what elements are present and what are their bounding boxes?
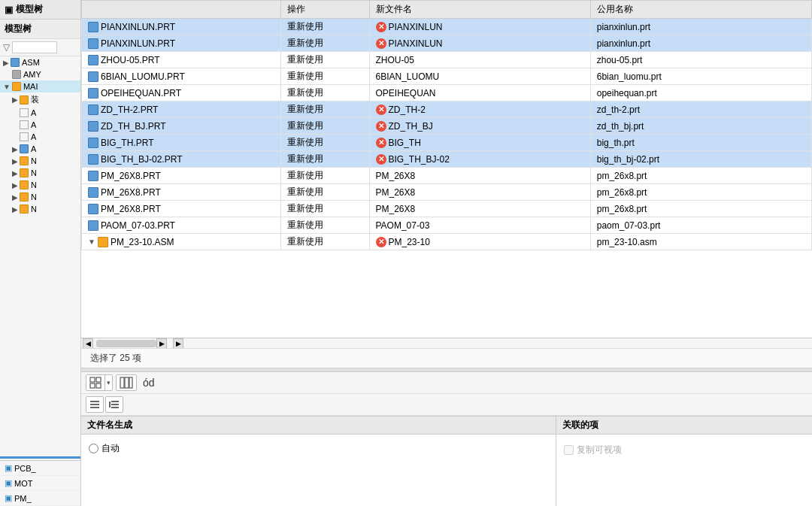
cell-newname: 6BIAN_LUOMU — [369, 68, 590, 85]
error-icon: ✕ — [376, 154, 386, 165]
expand-arrow-icon[interactable]: ▼ — [88, 238, 95, 246]
table-hscroll[interactable]: ◀ ▶ ▶ — [81, 338, 812, 348]
sidebar-item-mot[interactable]: ▣ MOT — [0, 476, 80, 491]
n1-icon — [20, 156, 29, 165]
table-row[interactable]: ZD_TH-2.PRT重新使用✕ZD_TH-2zd_th-2.prt — [82, 102, 812, 118]
cell-newname: ✕BIG_TH_BJ-02 — [369, 151, 590, 168]
cell-filename: ZHOU-05.PRT — [82, 52, 281, 68]
sidebar-item-asm[interactable]: ▶ ASM — [0, 56, 80, 68]
cell-newname: ✕PM_23-10 — [369, 234, 590, 250]
new-name-text: PM_26X8 — [376, 204, 416, 214]
cell-operation: 重新使用 — [280, 52, 369, 68]
table-row[interactable]: PM_26X8.PRT重新使用PM_26X8pm_26x8.prt — [82, 184, 812, 201]
sidebar-item-pm[interactable]: ▣ PM_ — [0, 491, 80, 506]
new-name-text: ZD_TH-2 — [389, 105, 426, 115]
sidebar-item-n2[interactable]: ▶ N — [0, 167, 80, 179]
table-row[interactable]: BIG_TH.PRT重新使用✕BIG_THbig_th.prt — [82, 135, 812, 151]
cell-commonname: pm_26x8.prt — [590, 201, 811, 217]
format-toolbar — [81, 394, 812, 416]
cell-newname: ZHOU-05 — [369, 52, 590, 68]
hscroll-right2-arrow[interactable]: ▶ — [173, 338, 183, 349]
filename-text: ZD_TH_BJ.PRT — [101, 121, 165, 132]
table-row[interactable]: PM_26X8.PRT重新使用PM_26X8pm_26x8.prt — [82, 168, 812, 184]
cell-newname: OPEIHEQUAN — [369, 85, 590, 102]
prt-file-icon — [88, 138, 98, 148]
new-name-text: PM_26X8 — [376, 171, 416, 181]
indent-format-button[interactable] — [105, 396, 123, 413]
sidebar-item-a2[interactable]: A — [0, 119, 80, 131]
tree-icon: ▣ — [5, 5, 13, 15]
table-row[interactable]: 6BIAN_LUOMU.PRT重新使用6BIAN_LUOMU6bian_luom… — [82, 68, 812, 85]
table-row[interactable]: ZD_TH_BJ.PRT重新使用✕ZD_TH_BJzd_th_bj.prt — [82, 118, 812, 135]
svg-rect-6 — [129, 377, 132, 388]
new-name-text: PM_26X8 — [376, 187, 416, 198]
table-row[interactable]: PAOM_07-03.PRT重新使用PAOM_07-03paom_07-03.p… — [82, 217, 812, 234]
sidebar-item-main[interactable]: ▼ MAI — [0, 80, 80, 92]
cell-newname: PM_26X8 — [369, 201, 590, 217]
error-icon: ✕ — [376, 22, 386, 32]
filename-text: PM_26X8.PRT — [101, 204, 161, 214]
sidebar-tree: ▶ ASM AMY ▼ MAI ▶ 装 A A — [0, 56, 80, 455]
table-scroll[interactable]: 操作 新文件名 公用名称 PIANXINLUN.PRT重新使用✕PIANXINL… — [81, 0, 812, 338]
cell-newname: ✕ZD_TH-2 — [369, 102, 590, 118]
table-row[interactable]: ZHOU-05.PRT重新使用ZHOU-05zhou-05.prt — [82, 52, 812, 68]
sidebar-header: ▣ 模型树 — [0, 0, 80, 20]
sidebar-filter-input[interactable] — [12, 41, 57, 53]
cell-newname: ✕PIANXINLUN — [369, 19, 590, 35]
prt-file-icon — [88, 204, 98, 214]
file-table: 操作 新文件名 公用名称 PIANXINLUN.PRT重新使用✕PIANXINL… — [81, 0, 812, 250]
cell-filename: ZD_TH-2.PRT — [82, 102, 281, 118]
cell-operation: 重新使用 — [280, 135, 369, 151]
cell-commonname: opeihequan.prt — [590, 85, 811, 102]
new-name-text: BIG_TH_BJ-02 — [389, 154, 450, 165]
hscroll-bar[interactable] — [96, 340, 156, 347]
cell-operation: 重新使用 — [280, 217, 369, 234]
sidebar-item-a1[interactable]: A — [0, 107, 80, 119]
cell-operation: 重新使用 — [280, 118, 369, 135]
table-row[interactable]: PIANXINLUN.PRT重新使用✕PIANXINLUNpianxinlun.… — [82, 19, 812, 35]
list-format-button[interactable] — [86, 396, 104, 413]
cell-commonname: big_th_bj-02.prt — [590, 151, 811, 168]
panel-right-content: 复制可视项 — [556, 435, 812, 506]
sidebar-item-n4[interactable]: ▶ N — [0, 191, 80, 203]
table-row[interactable]: OPEIHEQUAN.PRT重新使用OPEIHEQUANopeihequan.p… — [82, 85, 812, 102]
grid-view-button[interactable] — [86, 375, 105, 390]
table-row[interactable]: PM_26X8.PRT重新使用PM_26X8pm_26x8.prt — [82, 201, 812, 217]
list-format-icon — [89, 399, 100, 410]
table-row[interactable]: ▼PM_23-10.ASM重新使用✕PM_23-10pm_23-10.asm — [82, 234, 812, 250]
sidebar-item-n3[interactable]: ▶ N — [0, 179, 80, 191]
copy-items-checkbox[interactable] — [564, 445, 574, 455]
sidebar-item-pcb[interactable]: ▣ PCB_ — [0, 461, 80, 476]
auto-radio[interactable] — [89, 444, 98, 453]
table-row[interactable]: BIG_TH_BJ-02.PRT重新使用✕BIG_TH_BJ-02big_th_… — [82, 151, 812, 168]
dropdown-arrow-button[interactable]: ▾ — [105, 375, 112, 390]
main-area: 操作 新文件名 公用名称 PIANXINLUN.PRT重新使用✕PIANXINL… — [81, 0, 812, 506]
sidebar-item-n5[interactable]: ▶ N — [0, 203, 80, 215]
new-name-text: BIG_TH — [389, 138, 421, 148]
cell-filename: ZD_TH_BJ.PRT — [82, 118, 281, 135]
sidebar-item-a3[interactable]: A — [0, 131, 80, 143]
columns-view-button[interactable] — [116, 374, 137, 391]
table-row[interactable]: PIANXINLUN.PRT重新使用✕PIANXINLUNpianxinlun.… — [82, 35, 812, 52]
copy-items-label: 复制可视项 — [577, 444, 622, 456]
sidebar-item-n1[interactable]: ▶ N — [0, 155, 80, 167]
n2-chevron-icon: ▶ — [12, 169, 18, 177]
tree-label: N — [31, 168, 37, 177]
mot-icon: ▣ — [5, 478, 12, 488]
toolbar: ▾ ód — [81, 372, 812, 394]
tree-label: A — [31, 132, 36, 141]
grid-icon — [89, 377, 102, 389]
sidebar-item-amy[interactable]: AMY — [0, 68, 80, 80]
cell-filename: PIANXINLUN.PRT — [82, 19, 281, 35]
sidebar-divider — [0, 456, 80, 459]
mot-label: MOT — [14, 479, 32, 488]
sidebar-item-a4[interactable]: ▶ A — [0, 143, 80, 155]
cell-newname: ✕BIG_TH — [369, 135, 590, 151]
sidebar-item-sub-b[interactable]: ▶ 装 — [0, 92, 80, 107]
view-toggle-group[interactable]: ▾ — [86, 374, 113, 391]
error-icon: ✕ — [376, 121, 386, 132]
hscroll-right-arrow[interactable]: ▶ — [156, 338, 167, 349]
hscroll-left-arrow[interactable]: ◀ — [83, 338, 93, 349]
new-name-text: PM_23-10 — [389, 237, 430, 247]
tree-label: A — [31, 120, 36, 129]
